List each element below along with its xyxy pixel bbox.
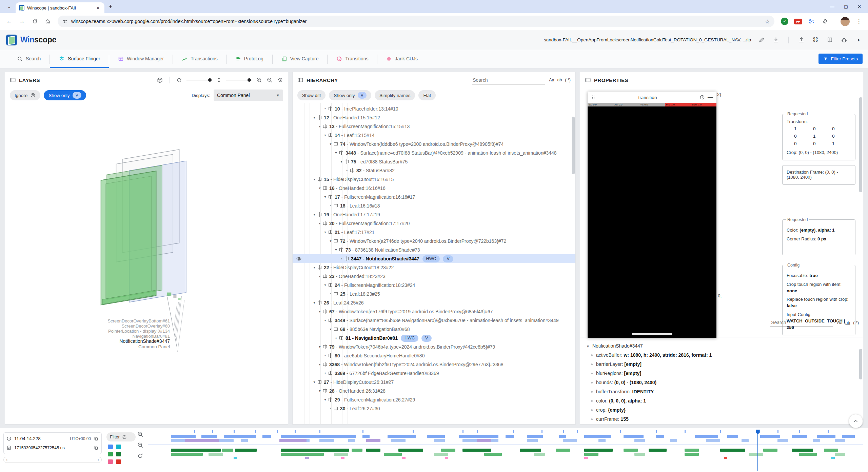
- property-row[interactable]: bounds: (0, 0) - (1080, 2400): [586, 378, 863, 387]
- prev-frame-icon[interactable]: ‹: [6, 457, 7, 462]
- copy-icon[interactable]: [94, 436, 99, 441]
- property-row[interactable]: color: (0, 0, 0), alpha: 1: [586, 396, 863, 406]
- hierarchy-node-17[interactable]: ▾17 - FullscreenMagnification:16:16#17: [293, 193, 575, 201]
- scissors-icon[interactable]: [807, 17, 816, 26]
- hierarchy-node-27[interactable]: ▾27 - HideDisplayCutout:26:31#27: [293, 378, 575, 387]
- hierarchy-node-67[interactable]: ▾67 - WindowToken{e5176f9 type=2019 andr…: [293, 307, 575, 316]
- extension-check-icon[interactable]: ✓: [780, 17, 789, 26]
- hierarchy-node-28[interactable]: ▾28 - OneHanded:26:31#28: [293, 387, 575, 395]
- zoom-out-icon[interactable]: [267, 77, 273, 83]
- hierarchy-node-3447[interactable]: •3447 - NotificationShade#3447HWCV: [293, 254, 575, 263]
- window-maximize-icon[interactable]: ▢: [844, 4, 848, 9]
- timeline-zoom-in-icon[interactable]: [137, 431, 143, 437]
- property-row[interactable]: crop: {empty}: [586, 406, 863, 415]
- layers-3d-canvas[interactable]: ScreenDecorOverlayBottom#61ScreenDecorOv…: [5, 103, 288, 425]
- hierarchy-node-29[interactable]: ▾29 - FullscreenMagnification:26:27#29: [293, 395, 575, 404]
- match-word-icon[interactable]: ab: [845, 320, 850, 325]
- expand-arrow-icon[interactable]: ▾: [328, 237, 333, 245]
- expand-arrow-icon[interactable]: ▾: [317, 184, 322, 193]
- expand-arrow-icon[interactable]: ▾: [317, 307, 322, 316]
- expand-arrow-icon[interactable]: ▾: [328, 325, 333, 334]
- copy-icon[interactable]: [94, 445, 99, 450]
- regex-icon[interactable]: (.*): [853, 320, 859, 325]
- hierarchy-node-3448[interactable]: ▾3448 - Surface(name=ed70f88 StatusBar)/…: [293, 149, 575, 157]
- hierarchy-node-20[interactable]: ▾20 - FullscreenMagnification:17:17#20: [293, 219, 575, 228]
- profile-avatar[interactable]: [841, 17, 850, 26]
- properties-search-input[interactable]: [770, 318, 833, 327]
- extension-video-icon[interactable]: ▶▶: [794, 17, 803, 26]
- hierarchy-node-26[interactable]: ▾26 - Leaf:24:25#26: [293, 298, 575, 307]
- match-word-icon[interactable]: ab: [557, 78, 562, 82]
- drag-handle-icon[interactable]: [591, 95, 596, 100]
- hierarchy-node-75[interactable]: ▾75 - ed70f88 StatusBar#75: [293, 157, 575, 166]
- reload-icon[interactable]: [29, 16, 41, 27]
- expand-arrow-icon[interactable]: ▾: [322, 281, 328, 290]
- expand-arrow-icon[interactable]: ▾: [312, 175, 317, 184]
- layer-label[interactable]: ScreenDecorOverlay#60: [5, 323, 170, 329]
- tab-transitions[interactable]: Transitions: [328, 50, 377, 68]
- match-case-icon[interactable]: Aa: [837, 320, 842, 325]
- window-close-icon[interactable]: ✕: [857, 4, 861, 9]
- home-icon[interactable]: [42, 16, 54, 27]
- shortcuts-icon[interactable]: ⌘: [812, 36, 819, 44]
- timeline-canvas[interactable]: [148, 430, 863, 471]
- transition-overlay-card[interactable]: transition — dX: 0.0Xv: 0.0Yv: 0.0Prs: 1…: [588, 92, 716, 338]
- properties-tree-root[interactable]: ▼NotificationShade#3447: [586, 341, 863, 351]
- expand-arrow-icon[interactable]: ▾: [317, 219, 322, 228]
- expand-arrow-icon[interactable]: ▾: [339, 157, 344, 166]
- tab-search[interactable]: Search: [8, 50, 50, 68]
- expand-arrow-icon[interactable]: ▾: [317, 342, 322, 351]
- zoom-in-icon[interactable]: [256, 77, 262, 83]
- property-row[interactable]: dataspace: BT709 sRGB Full range: [586, 424, 863, 424]
- browser-tab[interactable]: Winscope | sandbox-FAIl ✕: [16, 2, 104, 13]
- tab-transactions[interactable]: Transactions: [173, 50, 226, 68]
- hierarchy-node-22[interactable]: ▾22 - HideDisplayCutout:18:23#22: [293, 263, 575, 272]
- hierarchy-node-3368[interactable]: ▾3368 - WindowToken{f6b2f60 type=2024 an…: [293, 360, 575, 369]
- layer-label[interactable]: ScreenDecorOverlayBottom#61: [5, 318, 170, 323]
- dark-mode-toggle-icon[interactable]: ◑: [854, 36, 862, 44]
- hierarchy-node-74[interactable]: ▾74 - WindowToken{fdddbe6 type=2000 andr…: [293, 140, 575, 149]
- show-only-v-chip[interactable]: Show only V: [329, 90, 371, 100]
- rotation-slider[interactable]: [186, 80, 212, 80]
- expand-arrow-icon[interactable]: ▾: [312, 378, 317, 387]
- trace-sf-icon[interactable]: [108, 445, 113, 449]
- show-only-visible-chip[interactable]: Show only V: [44, 90, 86, 100]
- tab-protolog[interactable]: ProtoLog: [227, 50, 272, 68]
- tab-close-icon[interactable]: ✕: [95, 5, 101, 11]
- layer-label[interactable]: NavigationBar0#81: [5, 334, 170, 339]
- timeline-zoom-reset-icon[interactable]: [137, 453, 143, 459]
- hierarchy-node-81[interactable]: •81 - NavigationBar0#81HWCV: [293, 334, 575, 342]
- expand-arrow-icon[interactable]: ▾: [328, 140, 333, 149]
- hierarchy-node-12[interactable]: ▾12 - OneHanded:15:15#12: [293, 113, 575, 122]
- tab-view-capture[interactable]: View Capture: [273, 50, 328, 68]
- tab-window-manager[interactable]: Window Manager: [109, 50, 173, 68]
- layer-label[interactable]: PointerLocation - display 0#134: [5, 329, 170, 334]
- expand-arrow-icon[interactable]: ▾: [322, 395, 328, 404]
- site-controls-icon[interactable]: [62, 19, 68, 24]
- info-icon[interactable]: [699, 95, 705, 100]
- tab-search-icon[interactable]: ⌄: [5, 2, 14, 11]
- simplify-names-chip[interactable]: Simplify names: [375, 90, 415, 100]
- properties-tree-scrollbar[interactable]: [859, 349, 862, 379]
- report-bug-icon[interactable]: [840, 36, 848, 44]
- hierarchy-node-10[interactable]: •10 - ImePlaceholder:13:14#10: [293, 104, 575, 113]
- property-row[interactable]: activeBuffer: w: 1080, h: 2400, stride: …: [586, 351, 863, 360]
- property-row[interactable]: bufferTransform: IDENTITY: [586, 387, 863, 396]
- hierarchy-node-13[interactable]: ▾13 - FullscreenMagnification:15:15#13: [293, 122, 575, 131]
- expand-arrow-icon[interactable]: ▾: [317, 122, 322, 131]
- expand-arrow-icon[interactable]: ▾: [322, 193, 328, 201]
- show-diff-chip[interactable]: Show diff: [297, 90, 326, 100]
- spacing-slider[interactable]: [226, 80, 252, 80]
- hierarchy-node-82[interactable]: •82 - StatusBar#82: [293, 166, 575, 175]
- collapse-timeline-button[interactable]: [849, 414, 863, 428]
- hierarchy-node-23[interactable]: ▾23 - OneHanded:18:23#23: [293, 272, 575, 281]
- download-icon[interactable]: [772, 36, 780, 44]
- displays-select[interactable]: Common Panel ▼: [214, 90, 283, 101]
- trace-cuj-icon[interactable]: [116, 459, 121, 464]
- hierarchy-node-18[interactable]: •18 - Leaf:16:16#18: [293, 201, 575, 210]
- hierarchy-node-79[interactable]: ▾79 - WindowToken{7046b4a type=2024 andr…: [293, 342, 575, 351]
- bookmark-star-icon[interactable]: ☆: [765, 18, 770, 25]
- expand-arrow-icon[interactable]: ▾: [317, 272, 322, 281]
- hierarchy-search-input[interactable]: [472, 76, 545, 84]
- reset-view-icon[interactable]: [277, 77, 283, 83]
